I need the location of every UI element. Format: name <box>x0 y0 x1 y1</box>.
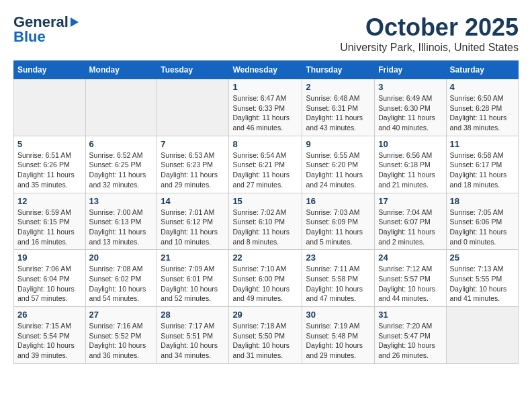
day-info: Sunrise: 6:59 AM Sunset: 6:15 PM Dayligh… <box>17 208 82 247</box>
calendar-day-21: 21Sunrise: 7:09 AM Sunset: 6:01 PM Dayli… <box>157 250 229 307</box>
day-info: Sunrise: 7:03 AM Sunset: 6:09 PM Dayligh… <box>306 208 371 247</box>
day-number: 18 <box>450 196 515 206</box>
day-info: Sunrise: 6:58 AM Sunset: 6:17 PM Dayligh… <box>450 150 515 190</box>
calendar-day-3: 3Sunrise: 6:49 AM Sunset: 6:30 PM Daylig… <box>375 79 446 136</box>
calendar-empty-cell <box>14 79 86 136</box>
day-info: Sunrise: 6:49 AM Sunset: 6:30 PM Dayligh… <box>378 93 442 133</box>
day-number: 8 <box>232 139 298 149</box>
calendar-day-5: 5Sunrise: 6:51 AM Sunset: 6:26 PM Daylig… <box>14 136 86 193</box>
header-thursday: Thursday <box>302 61 375 79</box>
calendar-week-row: 1Sunrise: 6:47 AM Sunset: 6:33 PM Daylig… <box>14 79 519 136</box>
day-number: 27 <box>89 310 154 320</box>
calendar-day-6: 6Sunrise: 6:52 AM Sunset: 6:25 PM Daylig… <box>85 136 157 193</box>
day-info: Sunrise: 6:56 AM Sunset: 6:18 PM Dayligh… <box>378 150 442 190</box>
day-number: 15 <box>232 196 298 206</box>
calendar-week-row: 26Sunrise: 7:15 AM Sunset: 5:54 PM Dayli… <box>14 307 519 364</box>
calendar-table: SundayMondayTuesdayWednesdayThursdayFrid… <box>13 60 519 364</box>
day-info: Sunrise: 7:04 AM Sunset: 6:07 PM Dayligh… <box>378 208 442 247</box>
day-info: Sunrise: 7:19 AM Sunset: 5:48 PM Dayligh… <box>306 321 371 361</box>
day-number: 17 <box>378 196 442 206</box>
day-info: Sunrise: 7:10 AM Sunset: 6:00 PM Dayligh… <box>232 264 298 304</box>
day-number: 28 <box>161 310 225 320</box>
day-info: Sunrise: 7:01 AM Sunset: 6:12 PM Dayligh… <box>161 208 225 247</box>
logo: General Blue <box>13 13 79 46</box>
calendar-day-2: 2Sunrise: 6:48 AM Sunset: 6:31 PM Daylig… <box>302 79 375 136</box>
calendar-day-4: 4Sunrise: 6:50 AM Sunset: 6:28 PM Daylig… <box>446 79 519 136</box>
calendar-day-15: 15Sunrise: 7:02 AM Sunset: 6:10 PM Dayli… <box>229 193 302 250</box>
day-number: 14 <box>161 196 225 206</box>
calendar-day-28: 28Sunrise: 7:17 AM Sunset: 5:51 PM Dayli… <box>157 307 229 364</box>
day-number: 20 <box>89 253 154 263</box>
day-info: Sunrise: 6:54 AM Sunset: 6:21 PM Dayligh… <box>232 150 298 190</box>
calendar-day-10: 10Sunrise: 6:56 AM Sunset: 6:18 PM Dayli… <box>375 136 446 193</box>
day-info: Sunrise: 7:18 AM Sunset: 5:50 PM Dayligh… <box>232 321 298 361</box>
header-sunday: Sunday <box>14 61 86 79</box>
calendar-day-14: 14Sunrise: 7:01 AM Sunset: 6:12 PM Dayli… <box>157 193 229 250</box>
calendar-day-22: 22Sunrise: 7:10 AM Sunset: 6:00 PM Dayli… <box>229 250 302 307</box>
day-info: Sunrise: 6:51 AM Sunset: 6:26 PM Dayligh… <box>17 150 82 190</box>
calendar-day-23: 23Sunrise: 7:11 AM Sunset: 5:58 PM Dayli… <box>302 250 375 307</box>
calendar-title: October 2025 <box>340 13 519 42</box>
calendar-day-25: 25Sunrise: 7:13 AM Sunset: 5:55 PM Dayli… <box>446 250 519 307</box>
day-info: Sunrise: 6:48 AM Sunset: 6:31 PM Dayligh… <box>306 93 371 133</box>
calendar-subtitle: University Park, Illinois, United States <box>340 42 519 54</box>
day-info: Sunrise: 7:16 AM Sunset: 5:52 PM Dayligh… <box>89 321 154 361</box>
day-number: 16 <box>306 196 371 206</box>
day-info: Sunrise: 7:06 AM Sunset: 6:04 PM Dayligh… <box>17 264 82 304</box>
day-number: 3 <box>378 82 442 92</box>
header-friday: Friday <box>375 61 446 79</box>
calendar-day-24: 24Sunrise: 7:12 AM Sunset: 5:57 PM Dayli… <box>375 250 446 307</box>
page-header: General Blue October 2025 University Par… <box>13 13 519 54</box>
day-number: 1 <box>232 82 298 92</box>
calendar-day-31: 31Sunrise: 7:20 AM Sunset: 5:47 PM Dayli… <box>375 307 446 364</box>
day-number: 22 <box>232 253 298 263</box>
calendar-week-row: 12Sunrise: 6:59 AM Sunset: 6:15 PM Dayli… <box>14 193 519 250</box>
day-number: 24 <box>378 253 442 263</box>
logo-blue: Blue <box>13 28 46 46</box>
day-number: 4 <box>450 82 515 92</box>
day-info: Sunrise: 7:17 AM Sunset: 5:51 PM Dayligh… <box>161 321 225 361</box>
day-number: 2 <box>306 82 371 92</box>
day-info: Sunrise: 7:09 AM Sunset: 6:01 PM Dayligh… <box>161 264 225 304</box>
day-info: Sunrise: 6:50 AM Sunset: 6:28 PM Dayligh… <box>450 93 515 133</box>
calendar-empty-cell <box>85 79 157 136</box>
calendar-day-12: 12Sunrise: 6:59 AM Sunset: 6:15 PM Dayli… <box>14 193 86 250</box>
day-info: Sunrise: 7:05 AM Sunset: 6:06 PM Dayligh… <box>450 208 515 247</box>
calendar-empty-cell <box>446 307 519 364</box>
day-info: Sunrise: 7:02 AM Sunset: 6:10 PM Dayligh… <box>232 208 298 247</box>
header-tuesday: Tuesday <box>157 61 229 79</box>
calendar-day-8: 8Sunrise: 6:54 AM Sunset: 6:21 PM Daylig… <box>229 136 302 193</box>
calendar-day-9: 9Sunrise: 6:55 AM Sunset: 6:20 PM Daylig… <box>302 136 375 193</box>
calendar-week-row: 19Sunrise: 7:06 AM Sunset: 6:04 PM Dayli… <box>14 250 519 307</box>
logo-arrow-icon <box>71 17 79 27</box>
day-info: Sunrise: 7:15 AM Sunset: 5:54 PM Dayligh… <box>17 321 82 361</box>
calendar-day-19: 19Sunrise: 7:06 AM Sunset: 6:04 PM Dayli… <box>14 250 86 307</box>
day-info: Sunrise: 7:11 AM Sunset: 5:58 PM Dayligh… <box>306 264 371 304</box>
calendar-day-26: 26Sunrise: 7:15 AM Sunset: 5:54 PM Dayli… <box>14 307 86 364</box>
calendar-day-16: 16Sunrise: 7:03 AM Sunset: 6:09 PM Dayli… <box>302 193 375 250</box>
calendar-day-11: 11Sunrise: 6:58 AM Sunset: 6:17 PM Dayli… <box>446 136 519 193</box>
calendar-day-1: 1Sunrise: 6:47 AM Sunset: 6:33 PM Daylig… <box>229 79 302 136</box>
day-number: 11 <box>450 139 515 149</box>
calendar-header-row: SundayMondayTuesdayWednesdayThursdayFrid… <box>14 61 519 79</box>
calendar-empty-cell <box>157 79 229 136</box>
day-number: 29 <box>232 310 298 320</box>
calendar-day-30: 30Sunrise: 7:19 AM Sunset: 5:48 PM Dayli… <box>302 307 375 364</box>
header-wednesday: Wednesday <box>229 61 302 79</box>
calendar-day-27: 27Sunrise: 7:16 AM Sunset: 5:52 PM Dayli… <box>85 307 157 364</box>
day-number: 10 <box>378 139 442 149</box>
calendar-day-18: 18Sunrise: 7:05 AM Sunset: 6:06 PM Dayli… <box>446 193 519 250</box>
day-number: 7 <box>161 139 225 149</box>
day-number: 23 <box>306 253 371 263</box>
calendar-day-7: 7Sunrise: 6:53 AM Sunset: 6:23 PM Daylig… <box>157 136 229 193</box>
day-info: Sunrise: 6:55 AM Sunset: 6:20 PM Dayligh… <box>306 150 371 190</box>
day-info: Sunrise: 7:00 AM Sunset: 6:13 PM Dayligh… <box>89 208 154 247</box>
calendar-day-13: 13Sunrise: 7:00 AM Sunset: 6:13 PM Dayli… <box>85 193 157 250</box>
day-number: 12 <box>17 196 82 206</box>
day-number: 5 <box>17 139 82 149</box>
day-number: 26 <box>17 310 82 320</box>
day-number: 6 <box>89 139 154 149</box>
calendar-week-row: 5Sunrise: 6:51 AM Sunset: 6:26 PM Daylig… <box>14 136 519 193</box>
title-block: October 2025 University Park, Illinois, … <box>340 13 519 54</box>
day-info: Sunrise: 6:53 AM Sunset: 6:23 PM Dayligh… <box>161 150 225 190</box>
